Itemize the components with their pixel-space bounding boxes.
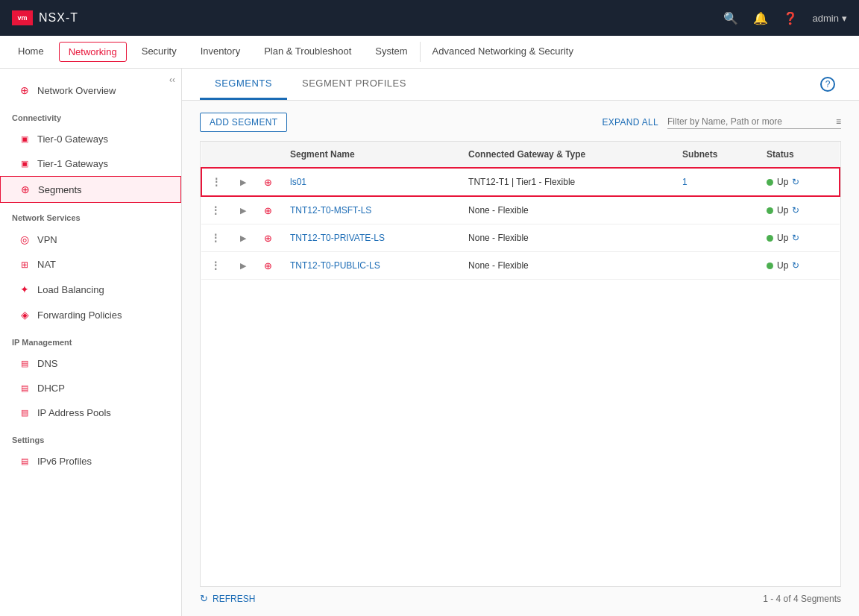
nav-home[interactable]: Home xyxy=(6,36,56,68)
row1-refresh-icon[interactable]: ↻ xyxy=(792,177,799,187)
col-expand xyxy=(231,142,255,168)
nav-security[interactable]: Security xyxy=(130,36,189,68)
tier0-icon: ▣ xyxy=(18,134,31,144)
sidebar-item-segments[interactable]: ⊕ Segments xyxy=(0,176,181,203)
sidebar-section-settings: Settings xyxy=(0,425,181,449)
sidebar-item-load-balancing[interactable]: ✦ Load Balancing xyxy=(0,277,181,302)
sidebar-item-vpn[interactable]: ◎ VPN xyxy=(0,227,181,252)
row1-expand-icon[interactable]: ▶ xyxy=(240,177,246,186)
nav-inventory[interactable]: Inventory xyxy=(189,36,252,68)
row3-status-dot xyxy=(767,235,773,242)
col-actions xyxy=(201,142,231,168)
row2-menu-icon[interactable]: ⋮ xyxy=(210,204,221,216)
row1-status: Up ↻ xyxy=(758,168,840,196)
row1-name-link[interactable]: ls01 xyxy=(290,177,306,187)
user-menu[interactable]: admin ▾ xyxy=(813,13,847,24)
row3-subnets xyxy=(673,224,758,252)
sidebar-label-tier0: Tier-0 Gateways xyxy=(37,133,108,145)
row1-segment-icon: ⊕ xyxy=(264,177,272,188)
row4-menu-icon[interactable]: ⋮ xyxy=(210,260,221,271)
row2-name: TNT12-T0-MSFT-LS xyxy=(281,196,459,224)
row1-gateway: TNT12-T1 | Tier1 - Flexible xyxy=(459,168,673,196)
row3-segment-icon: ⊕ xyxy=(264,233,272,244)
row1-dots[interactable]: ⋮ xyxy=(201,168,231,196)
sidebar-item-tier0-gateways[interactable]: ▣ Tier-0 Gateways xyxy=(0,127,181,151)
sidebar-item-dns[interactable]: ▤ DNS xyxy=(0,351,181,376)
sidebar-item-ip-address-pools[interactable]: ▤ IP Address Pools xyxy=(0,400,181,425)
row2-expand-icon[interactable]: ▶ xyxy=(240,206,246,215)
row3-menu-icon[interactable]: ⋮ xyxy=(210,232,221,244)
help-icon[interactable]: ❓ xyxy=(783,11,798,25)
sidebar-label-ipv6: IPv6 Profiles xyxy=(37,456,92,467)
row2-status-text: Up xyxy=(777,205,788,216)
sidebar-label-vpn: VPN xyxy=(37,234,57,245)
nav-networking[interactable]: Networking xyxy=(59,42,127,62)
row2-refresh-icon[interactable]: ↻ xyxy=(792,205,799,216)
row2-expand[interactable]: ▶ xyxy=(231,196,255,224)
row4-expand[interactable]: ▶ xyxy=(231,252,255,280)
dhcp-icon: ▤ xyxy=(18,383,31,393)
table-toolbar: ADD SEGMENT EXPAND ALL ≡ xyxy=(200,113,841,132)
sidebar-label-tier1: Tier-1 Gateways xyxy=(37,158,108,169)
nav-advanced[interactable]: Advanced Networking & Security xyxy=(421,36,585,68)
sidebar-item-tier1-gateways[interactable]: ▣ Tier-1 Gateways xyxy=(0,151,181,176)
row1-seg-icon: ⊕ xyxy=(255,168,281,196)
row3-dots[interactable]: ⋮ xyxy=(201,224,231,252)
col-status: Status xyxy=(758,142,840,168)
nav-plan-troubleshoot[interactable]: Plan & Troubleshoot xyxy=(252,36,363,68)
row1-subnets-link[interactable]: 1 xyxy=(682,177,687,187)
row1-menu-icon[interactable]: ⋮ xyxy=(211,176,222,188)
row4-status-dot xyxy=(767,263,773,269)
help-circle-icon[interactable]: ? xyxy=(814,69,841,100)
sidebar-item-forwarding-policies[interactable]: ◈ Forwarding Policies xyxy=(0,302,181,327)
sidebar-label-lb: Load Balancing xyxy=(37,284,104,295)
filter-input-wrap: ≡ xyxy=(667,116,841,129)
add-segment-button[interactable]: ADD SEGMENT xyxy=(200,113,287,132)
sidebar-label-fwd: Forwarding Policies xyxy=(37,309,122,321)
row4-expand-icon[interactable]: ▶ xyxy=(240,261,246,270)
row3-expand-icon[interactable]: ▶ xyxy=(240,233,246,242)
sidebar-item-ipv6-profiles[interactable]: ▤ IPv6 Profiles xyxy=(0,449,181,474)
col-icon xyxy=(255,142,281,168)
sidebar-section-connectivity: Connectivity xyxy=(0,103,181,127)
tab-segment-profiles[interactable]: SEGMENT PROFILES xyxy=(287,69,421,100)
row2-status-dot xyxy=(767,207,773,214)
search-icon[interactable]: 🔍 xyxy=(723,11,738,25)
sidebar-item-dhcp[interactable]: ▤ DHCP xyxy=(0,376,181,400)
sidebar-item-network-overview[interactable]: ⊕ Network Overview xyxy=(0,78,181,103)
tier1-icon: ▣ xyxy=(18,159,31,169)
lb-icon: ✦ xyxy=(18,283,31,295)
row2-name-link[interactable]: TNT12-T0-MSFT-LS xyxy=(290,205,371,216)
help-icon-circle: ? xyxy=(820,77,835,92)
row4-refresh-icon[interactable]: ↻ xyxy=(792,260,799,271)
row3-expand[interactable]: ▶ xyxy=(231,224,255,252)
table-row: ⋮ ▶ ⊕ TNT12-T0-MSFT-LS None - Flexible U… xyxy=(201,196,840,224)
ip-pools-icon: ▤ xyxy=(18,408,31,418)
expand-all-button[interactable]: EXPAND ALL xyxy=(602,117,658,128)
sidebar-label-network-overview: Network Overview xyxy=(37,85,116,96)
sidebar-item-nat[interactable]: ⊞ NAT xyxy=(0,252,181,277)
tab-segments[interactable]: SEGMENTS xyxy=(200,69,287,100)
row4-dots[interactable]: ⋮ xyxy=(201,252,231,280)
vm-logo-icon: vm xyxy=(12,10,33,25)
row1-name: ls01 xyxy=(281,168,459,196)
bell-icon[interactable]: 🔔 xyxy=(753,11,768,25)
row2-dots[interactable]: ⋮ xyxy=(201,196,231,224)
row4-segment-icon: ⊕ xyxy=(264,260,272,271)
col-segment-name: Segment Name xyxy=(281,142,459,168)
filter-input[interactable] xyxy=(667,116,831,127)
sidebar-label-ip-pools: IP Address Pools xyxy=(37,407,111,418)
col-gateway-type: Connected Gateway & Type xyxy=(459,142,673,168)
count-text: 1 - 4 of 4 Segments xyxy=(763,594,841,604)
row4-name-link[interactable]: TNT12-T0-PUBLIC-LS xyxy=(290,260,380,271)
refresh-button[interactable]: ↻ REFRESH xyxy=(200,593,255,604)
sidebar-section-ip-management: IP Management xyxy=(0,327,181,351)
row3-refresh-icon[interactable]: ↻ xyxy=(792,233,799,243)
row1-expand[interactable]: ▶ xyxy=(231,168,255,196)
sidebar-label-nat: NAT xyxy=(37,259,56,270)
segments-table: Segment Name Connected Gateway & Type Su… xyxy=(200,141,841,587)
row3-name-link[interactable]: TNT12-T0-PRIVATE-LS xyxy=(290,233,385,243)
nav-system[interactable]: System xyxy=(363,36,419,68)
filter-menu-icon[interactable]: ≡ xyxy=(836,116,841,127)
sidebar-collapse-button[interactable]: ‹‹ xyxy=(169,75,175,85)
